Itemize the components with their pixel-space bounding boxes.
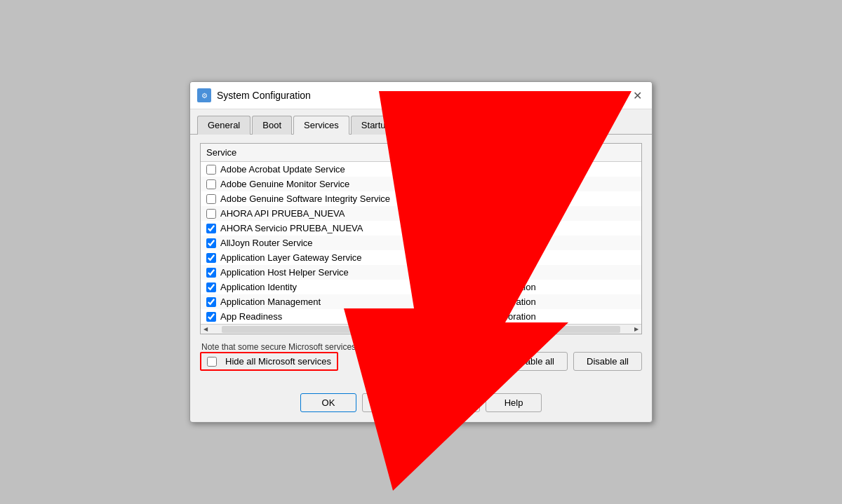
service-checkbox[interactable]	[206, 253, 216, 263]
note-text: Note that some secure Microsoft services…	[200, 342, 425, 352]
services-scroll-area[interactable]: Adobe Acrobat Update ServiceAdobeAdobe G…	[201, 162, 641, 324]
service-checkbox[interactable]	[206, 297, 216, 307]
service-manufacturer-text	[443, 206, 641, 221]
table-row: Adobe Genuine Monitor ServiceAdobe	[201, 177, 641, 191]
hide-microsoft-text: Hide all Microsoft services	[225, 356, 331, 367]
service-name-cell: AllJoyn Router Service	[201, 236, 443, 250]
app-icon: ⚙	[197, 88, 211, 102]
ok-button[interactable]: OK	[300, 393, 356, 412]
service-manufacturer-text: Microsoft Corporation	[443, 309, 641, 324]
help-button[interactable]: Help	[486, 393, 542, 412]
services-data-table: Adobe Acrobat Update ServiceAdobeAdobe G…	[201, 162, 641, 324]
service-name-cell: App Readiness	[201, 309, 443, 324]
table-row: Application Host Helper Service...soft C…	[201, 265, 641, 280]
tab-startup[interactable]: Startup	[351, 116, 401, 135]
cancel-button[interactable]: Cancel	[362, 393, 418, 412]
service-checkbox[interactable]	[206, 268, 216, 278]
dialog-footer: OK Cancel Apply Help	[190, 386, 652, 422]
table-row: AHORA API PRUEBA_NUEVA	[201, 206, 641, 221]
service-manufacturer-text: Microsoft Corporation	[443, 280, 641, 294]
service-name-cell: AHORA API PRUEBA_NUEVA	[201, 206, 443, 221]
service-manufacturer-text: Adobe	[443, 162, 641, 177]
service-name-text: App Readiness	[220, 311, 282, 322]
service-manufacturer-text: Adobe	[443, 191, 641, 206]
service-checkbox[interactable]	[206, 194, 216, 204]
service-manufacturer-text: ...tion	[443, 236, 641, 250]
bottom-row: Hide all Microsoft services Enable all D…	[200, 352, 642, 371]
service-name-text: AHORA Servicio PRUEBA_NUEVA	[220, 223, 363, 233]
service-name-text: AllJoyn Router Service	[220, 238, 313, 248]
service-name-cell: Adobe Genuine Software Integrity Service	[201, 191, 443, 206]
scroll-left-arrow[interactable]: ◀	[201, 325, 210, 334]
service-name-text: Application Host Helper Service	[220, 267, 349, 278]
tab-content: Service Manufacturer Adobe Acrobat Updat…	[190, 135, 652, 386]
service-name-cell: Application Layer Gateway Service	[201, 250, 443, 265]
table-row: Application IdentityMicrosoft Corporatio…	[201, 280, 641, 294]
service-manufacturer-text: ...Corporation	[443, 250, 641, 265]
table-row: AllJoyn Router Service...tion	[201, 236, 641, 250]
service-name-text: Application Management	[220, 297, 321, 307]
service-manufacturer-text: ...soft Corporation	[443, 265, 641, 280]
table-row: Adobe Acrobat Update ServiceAdobe	[201, 162, 641, 177]
tab-services[interactable]: Services	[293, 116, 349, 135]
service-checkbox[interactable]	[206, 224, 216, 233]
title-bar: ⚙ System Configuration ✕	[190, 82, 652, 109]
service-name-cell: Application Identity	[201, 280, 443, 294]
service-manufacturer-text	[443, 221, 641, 236]
tab-bar: General Boot Services Startup Tools	[190, 109, 652, 135]
service-name-text: Adobe Genuine Software Integrity Service	[220, 193, 390, 204]
service-manufacturer-text: Adobe	[443, 177, 641, 191]
service-name-text: Adobe Genuine Monitor Service	[220, 179, 349, 189]
col-header-manufacturer: Manufacturer	[443, 144, 641, 162]
hide-microsoft-label[interactable]: Hide all Microsoft services	[200, 352, 338, 371]
tab-boot[interactable]: Boot	[252, 116, 292, 135]
enable-disable-buttons: Enable all Disable all	[501, 352, 642, 371]
service-name-cell: Adobe Genuine Monitor Service	[201, 177, 443, 191]
scroll-right-arrow[interactable]: ▶	[632, 325, 641, 334]
tab-tools[interactable]: Tools	[403, 116, 445, 135]
table-row: Application ManagementMicrosoft Corporat…	[201, 294, 641, 309]
col-header-service: Service	[201, 144, 443, 162]
service-name-text: Application Identity	[220, 282, 297, 292]
service-checkbox[interactable]	[206, 179, 216, 189]
title-bar-left: ⚙ System Configuration	[197, 88, 311, 102]
service-name-text: AHORA API PRUEBA_NUEVA	[220, 208, 345, 219]
service-manufacturer-text: Microsoft Corporation	[443, 294, 641, 309]
scrollbar-track-h[interactable]	[222, 326, 620, 333]
disable-all-button[interactable]: Disable all	[573, 352, 642, 371]
table-row: AHORA Servicio PRUEBA_NUEVA	[201, 221, 641, 236]
services-table: Service Manufacturer	[201, 144, 641, 162]
service-name-cell: AHORA Servicio PRUEBA_NUEVA	[201, 221, 443, 236]
table-row: App ReadinessMicrosoft Corporation	[201, 309, 641, 324]
table-row: Adobe Genuine Software Integrity Service…	[201, 191, 641, 206]
service-checkbox[interactable]	[206, 209, 216, 219]
tab-general[interactable]: General	[197, 116, 250, 135]
service-name-cell: Application Host Helper Service	[201, 265, 443, 280]
table-row: Application Layer Gateway Service...Corp…	[201, 250, 641, 265]
horizontal-scrollbar[interactable]: ◀ ▶	[201, 324, 641, 334]
service-checkbox[interactable]	[206, 282, 216, 292]
service-name-cell: Application Management	[201, 294, 443, 309]
close-button[interactable]: ✕	[629, 88, 645, 103]
services-list-container: Service Manufacturer Adobe Acrobat Updat…	[200, 143, 642, 334]
service-name-cell: Adobe Acrobat Update Service	[201, 162, 443, 177]
apply-button[interactable]: Apply	[424, 393, 480, 412]
service-checkbox[interactable]	[206, 238, 216, 248]
service-checkbox[interactable]	[206, 312, 216, 322]
hide-microsoft-checkbox[interactable]	[207, 357, 217, 367]
enable-all-button[interactable]: Enable all	[501, 352, 568, 371]
service-checkbox[interactable]	[206, 165, 216, 175]
system-config-dialog: ⚙ System Configuration ✕ General Boot Se…	[189, 81, 653, 423]
service-name-text: Adobe Acrobat Update Service	[220, 164, 345, 175]
window-title: System Configuration	[217, 90, 311, 101]
service-name-text: Application Layer Gateway Service	[220, 252, 362, 263]
